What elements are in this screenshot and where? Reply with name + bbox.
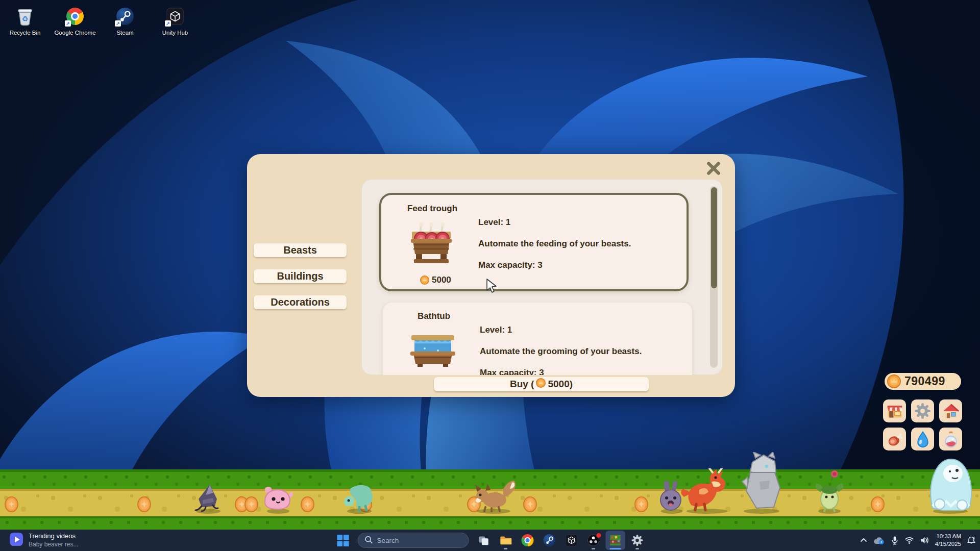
system-tray: i 10:33 AM 4/15/2025 z	[860, 530, 976, 551]
water-icon	[914, 430, 932, 448]
shop-icon	[886, 402, 904, 420]
creature-dino[interactable]	[342, 483, 377, 512]
creature-sprout[interactable]	[814, 469, 845, 512]
hud-shop-button[interactable]	[883, 399, 906, 422]
coin-pickup[interactable]	[244, 496, 258, 512]
shop-item-feed-trough[interactable]: Feed trough5000Level: 1Automate the feed…	[379, 193, 689, 291]
creature-dragon[interactable]	[679, 468, 735, 512]
creature-beetle[interactable]	[191, 483, 225, 512]
scrollbar-thumb[interactable]	[711, 187, 717, 288]
feed-trough-icon	[406, 220, 458, 267]
coin-balance: 790499	[904, 374, 945, 388]
notification-bell-icon[interactable]: z	[967, 536, 976, 545]
onedrive-cloud-icon[interactable]: i	[873, 536, 885, 545]
google-chrome-icon: ↗	[64, 5, 86, 28]
unity-hub-icon	[566, 534, 578, 546]
taskbar: Trending videos Baby beaver res... i	[0, 530, 980, 551]
coin-icon	[536, 378, 546, 390]
tab-beasts[interactable]: Beasts	[254, 243, 347, 257]
desktop-icon-unity-hub[interactable]: ↗Unity Hub	[152, 3, 198, 38]
shop-item-list: Feed trough5000Level: 1Automate the feed…	[361, 179, 723, 375]
item-level: Level: 1	[478, 217, 631, 228]
chrome-icon	[522, 534, 534, 546]
search-input[interactable]	[377, 537, 468, 544]
hud-gear-button[interactable]	[911, 399, 934, 422]
coin-pickup[interactable]	[523, 496, 537, 512]
coin-balance-pill: 790499	[885, 373, 961, 390]
tab-decorations[interactable]: Decorations	[254, 295, 347, 309]
creature-yeti[interactable]	[926, 455, 974, 512]
desktop-icon-recycle-bin[interactable]: ♻Recycle Bin	[2, 3, 48, 38]
taskbar-chrome[interactable]	[518, 531, 537, 550]
widgets-button[interactable]: Trending videos Baby beaver res...	[5, 530, 82, 551]
steam-icon	[544, 534, 556, 546]
coin-pickup[interactable]	[634, 496, 648, 512]
game-world-strip	[0, 469, 980, 530]
item-capacity: Max capacity: 3	[478, 260, 631, 270]
tray-time: 10:33 AM	[935, 533, 961, 540]
hud-home-button[interactable]	[939, 399, 962, 422]
bathtub-icon	[407, 328, 459, 375]
volume-icon[interactable]	[920, 536, 929, 544]
recycle-bin-icon: ♻	[14, 5, 36, 28]
item-description: Automate the feeding of your beasts.	[478, 239, 631, 249]
start-button[interactable]	[333, 531, 353, 550]
taskbar-steam[interactable]	[540, 531, 559, 550]
taskbar-file-explorer[interactable]	[496, 531, 516, 550]
desktop-icon-google-chrome[interactable]: ↗Google Chrome	[52, 3, 98, 38]
item-price: 5000	[420, 275, 451, 285]
taskbar-beast-game[interactable]	[606, 531, 625, 550]
shop-category-tabs: BeastsBuildingsDecorations	[254, 243, 347, 309]
buy-button[interactable]: Buy ( 5000)	[434, 377, 649, 391]
taskbar-settings[interactable]	[628, 531, 647, 550]
shortcut-arrow-icon: ↗	[65, 20, 71, 27]
desktop-icon-steam[interactable]: ↗Steam	[102, 3, 148, 38]
wifi-icon[interactable]	[904, 537, 914, 544]
microphone-icon[interactable]	[891, 536, 899, 545]
widget-title: Trending videos	[29, 532, 78, 540]
item-description: Automate the grooming of your beasts.	[480, 346, 642, 357]
task-view-icon	[478, 534, 490, 546]
coin-icon	[887, 374, 901, 388]
taskbar-center	[333, 530, 647, 551]
coin-pickup[interactable]	[5, 496, 18, 512]
clock[interactable]: 10:33 AM 4/15/2025	[935, 533, 961, 548]
coin-pickup[interactable]	[301, 496, 314, 512]
coin-pickup[interactable]	[871, 496, 885, 512]
tray-date: 4/15/2025	[935, 540, 961, 548]
scrollbar-track[interactable]	[710, 186, 718, 368]
home-icon	[942, 402, 960, 420]
desktop-icon-grid: ♻Recycle Bin↗Google Chrome↗Steam↗Unity H…	[2, 3, 198, 38]
item-title: Feed trough	[381, 204, 483, 214]
item-capacity: Max capacity: 3	[480, 368, 642, 375]
taskbar-unity-hub[interactable]	[562, 531, 581, 550]
search-box[interactable]	[358, 533, 469, 548]
unity-hub-icon: ↗	[164, 5, 186, 28]
desktop-icon-label: Unity Hub	[162, 30, 188, 36]
hud-water-button[interactable]	[911, 428, 934, 450]
coin-pickup[interactable]	[137, 496, 151, 512]
taskbar-task-view[interactable]	[474, 531, 494, 550]
creature-pink-blob[interactable]	[262, 485, 294, 512]
desktop-icon-label: Recycle Bin	[10, 30, 41, 36]
search-icon	[364, 535, 373, 546]
svg-text:♻: ♻	[22, 15, 29, 23]
chevron-up-icon[interactable]	[860, 538, 867, 543]
hud-meat-button[interactable]	[883, 428, 906, 450]
tab-buildings[interactable]: Buildings	[254, 269, 347, 283]
widget-subtitle: Baby beaver res...	[29, 541, 78, 548]
creature-fox[interactable]	[470, 479, 517, 512]
taskbar-obs[interactable]	[584, 531, 603, 550]
buy-price: 5000)	[548, 379, 573, 390]
shortcut-arrow-icon: ↗	[165, 20, 171, 27]
hud-potion-button[interactable]	[939, 428, 962, 450]
creature-golem[interactable]	[737, 452, 786, 512]
close-icon[interactable]	[705, 160, 722, 177]
item-title: Bathtub	[383, 311, 485, 321]
desktop-icon-label: Steam	[116, 30, 133, 36]
shop-item-bathtub[interactable]: BathtubLevel: 1Automate the grooming of …	[383, 303, 692, 375]
buy-label-prefix: Buy (	[510, 379, 534, 390]
desktop-icon-label: Google Chrome	[54, 30, 95, 36]
item-level: Level: 1	[480, 325, 642, 335]
gear-icon	[914, 403, 931, 419]
